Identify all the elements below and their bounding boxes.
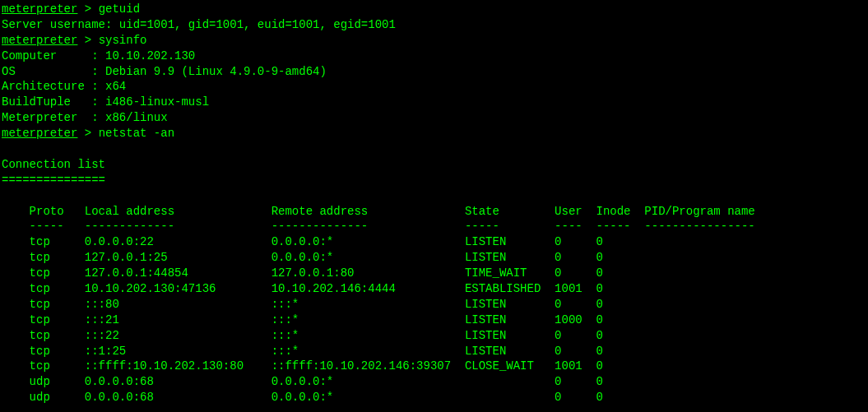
table-row: udp 0.0.0.0:68 0.0.0.0:* 0 0 bbox=[2, 390, 866, 405]
meterpreter-label: Meterpreter : bbox=[2, 111, 105, 124]
table-row: tcp 10.10.202.130:47136 10.10.202.146:44… bbox=[2, 281, 866, 297]
netstat-title: Connection list bbox=[2, 157, 866, 173]
sysinfo-buildtuple: BuildTuple : i486-linux-musl bbox=[2, 95, 866, 110]
arch-value: x64 bbox=[105, 80, 126, 93]
table-row: tcp 0.0.0.0:22 0.0.0.0:* LISTEN 0 0 bbox=[2, 234, 866, 250]
prompt-text: meterpreter bbox=[2, 2, 77, 16]
prompt-separator: > bbox=[77, 34, 98, 47]
command-sysinfo: sysinfo bbox=[99, 34, 147, 47]
netstat-header: Proto Local address Remote address State… bbox=[2, 204, 866, 220]
prompt-separator: > bbox=[77, 2, 98, 16]
netstat-header-divider: ----- ------------- -------------- -----… bbox=[2, 219, 866, 234]
arch-label: Architecture : bbox=[2, 80, 105, 93]
blank-line bbox=[2, 188, 866, 204]
computer-label: Computer : bbox=[2, 49, 105, 62]
sysinfo-os: OS : Debian 9.9 (Linux 4.9.0-9-amd64) bbox=[2, 64, 866, 80]
table-row: tcp :::80 :::* LISTEN 0 0 bbox=[2, 297, 866, 312]
os-label: OS : bbox=[2, 65, 105, 78]
command-getuid: getuid bbox=[99, 2, 140, 16]
getuid-output: Server username: uid=1001, gid=1001, eui… bbox=[2, 17, 866, 33]
terminal-output: meterpreter > getuid Server username: ui… bbox=[2, 2, 866, 412]
buildtuple-label: BuildTuple : bbox=[2, 95, 105, 109]
prompt-line-netstat: meterpreter > netstat -an bbox=[2, 126, 866, 141]
prompt-text: meterpreter bbox=[2, 127, 77, 140]
sysinfo-meterpreter: Meterpreter : x86/linux bbox=[2, 110, 866, 126]
prompt-separator: > bbox=[77, 127, 98, 140]
computer-value: 10.10.202.130 bbox=[105, 49, 195, 62]
sysinfo-computer: Computer : 10.10.202.130 bbox=[2, 49, 866, 64]
prompt-line-sysinfo: meterpreter > sysinfo bbox=[2, 33, 866, 49]
command-netstat: netstat -an bbox=[99, 127, 174, 140]
sysinfo-arch: Architecture : x64 bbox=[2, 79, 866, 95]
table-row: tcp 127.0.0.1:25 0.0.0.0:* LISTEN 0 0 bbox=[2, 250, 866, 266]
table-row: tcp :::21 :::* LISTEN 1000 0 bbox=[2, 312, 866, 328]
table-row: tcp 127.0.0.1:44854 127.0.0.1:80 TIME_WA… bbox=[2, 266, 866, 281]
blank-line bbox=[2, 405, 866, 412]
table-row: tcp ::ffff:10.10.202.130:80 ::ffff:10.10… bbox=[2, 359, 866, 374]
prompt-text: meterpreter bbox=[2, 34, 77, 47]
buildtuple-value: i486-linux-musl bbox=[105, 95, 209, 109]
netstat-title-divider: =============== bbox=[2, 173, 866, 188]
os-value: Debian 9.9 (Linux 4.9.0-9-amd64) bbox=[105, 65, 327, 78]
table-row: tcp ::1:25 :::* LISTEN 0 0 bbox=[2, 344, 866, 359]
table-row: tcp :::22 :::* LISTEN 0 0 bbox=[2, 328, 866, 344]
table-row: udp 0.0.0.0:68 0.0.0.0:* 0 0 bbox=[2, 374, 866, 390]
netstat-rows: tcp 0.0.0.0:22 0.0.0.0:* LISTEN 0 0 tcp … bbox=[2, 234, 866, 405]
meterpreter-value: x86/linux bbox=[105, 111, 168, 124]
prompt-line-getuid: meterpreter > getuid bbox=[2, 2, 866, 17]
blank-line bbox=[2, 141, 866, 157]
